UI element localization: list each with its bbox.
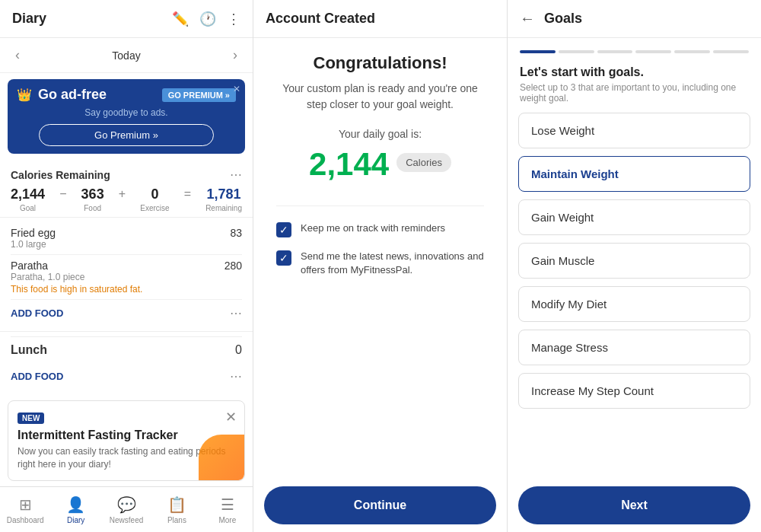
diary-title: Diary xyxy=(12,11,172,27)
minus-op: − xyxy=(59,187,66,212)
fasting-decoration xyxy=(199,435,244,480)
congrats-title: Congratulations! xyxy=(314,53,447,73)
date-label: Today xyxy=(112,49,140,62)
nav-newsfeed[interactable]: 💬 Newsfeed xyxy=(101,487,151,532)
goal-option-gain-weight[interactable]: Gain Weight xyxy=(518,199,750,235)
continue-button[interactable]: Continue xyxy=(264,486,496,524)
more-nav-icon: ☰ xyxy=(221,495,234,514)
remaining-calories: 1,781 Remaining xyxy=(205,186,242,212)
meal-item-fried-egg: Fried egg 1.0 large 83 xyxy=(11,222,242,255)
calories-section: Calories Remaining ⋯ 2,144 Goal − 363 Fo… xyxy=(0,160,253,217)
calories-title: Calories Remaining xyxy=(11,169,110,181)
checkbox-1[interactable]: ✓ xyxy=(276,222,291,237)
remaining-value: 1,781 xyxy=(205,186,242,202)
meal-name: Fried egg xyxy=(11,227,56,239)
goal-value: 2,144 xyxy=(11,186,45,202)
add-food-lunch-more-icon[interactable]: ⋯ xyxy=(230,369,242,384)
go-premium-button[interactable]: Go Premium » xyxy=(39,124,214,146)
goals-header: Let's start with goals. Select up to 3 t… xyxy=(508,53,761,107)
daily-goal-label: Your daily goal is: xyxy=(339,128,422,140)
bottom-nav: ⊞ Dashboard 👤 Diary 💬 Newsfeed 📋 Plans ☰… xyxy=(0,486,253,532)
meal-calories: 280 xyxy=(224,260,242,272)
progress-bar xyxy=(508,38,761,53)
more-label: More xyxy=(218,516,236,524)
fasting-close-icon[interactable]: ✕ xyxy=(225,409,237,425)
checkbox-row-2: ✓ Send me the latest news, innovations a… xyxy=(276,250,484,277)
exercise-calories: 0 Exercise xyxy=(140,186,169,212)
meal-detail: 1.0 large xyxy=(11,239,56,250)
lunch-calories: 0 xyxy=(235,343,242,357)
goals-title: Goals xyxy=(544,11,749,27)
right-panel: ← Goals Let's start with goals. Select u… xyxy=(508,0,761,532)
meal-calories: 83 xyxy=(230,227,242,239)
edit-icon[interactable]: ✏️ xyxy=(172,11,189,27)
dashboard-icon: ⊞ xyxy=(19,495,32,514)
left-scroll: Calories Remaining ⋯ 2,144 Goal − 363 Fo… xyxy=(0,160,253,486)
nav-diary[interactable]: 👤 Diary xyxy=(50,487,100,532)
goal-row: 2,144 Calories xyxy=(309,146,451,183)
meal-detail: Paratha, 1.0 piece xyxy=(11,272,142,282)
plans-icon: 📋 xyxy=(167,495,186,514)
plus-op: + xyxy=(119,187,126,212)
prev-date-arrow[interactable]: ‹ xyxy=(12,44,23,66)
meal-item-paratha: Paratha Paratha, 1.0 piece This food is … xyxy=(11,255,242,300)
breakfast-section: Fried egg 1.0 large 83 Paratha Paratha, … xyxy=(0,217,253,331)
congrats-text: Your custom plan is ready and you're one… xyxy=(276,81,484,113)
new-badge: NEW xyxy=(18,413,44,424)
checkbox-2-label: Send me the latest news, innovations and… xyxy=(301,250,484,277)
exercise-value: 0 xyxy=(140,186,169,202)
ad-title: Go ad-free xyxy=(38,87,107,103)
fasting-card: ✕ NEW Intermittent Fasting Tracker Now y… xyxy=(8,400,245,481)
left-header: Diary ✏️ 🕐 ⋮ xyxy=(0,0,253,38)
history-icon[interactable]: 🕐 xyxy=(199,11,216,27)
nav-more[interactable]: ☰ More xyxy=(202,487,253,532)
header-icons: ✏️ 🕐 ⋮ xyxy=(172,11,240,27)
next-button[interactable]: Next xyxy=(518,486,750,524)
goal-option-step-count[interactable]: Increase My Step Count xyxy=(518,373,750,409)
newsfeed-icon: 💬 xyxy=(117,495,136,514)
goal-option-gain-muscle[interactable]: Gain Muscle xyxy=(518,243,750,279)
plans-label: Plans xyxy=(167,516,186,524)
middle-panel: Account Created Congratulations! Your cu… xyxy=(253,0,508,532)
goal-option-maintain-weight[interactable]: Maintain Weight xyxy=(518,156,750,192)
daily-goal-value: 2,144 xyxy=(309,146,389,183)
add-food-lunch-button[interactable]: ADD FOOD xyxy=(11,371,63,382)
add-food-lunch: ADD FOOD ⋯ xyxy=(11,363,242,390)
middle-content: Congratulations! Your custom plan is rea… xyxy=(253,38,507,479)
nav-dashboard[interactable]: ⊞ Dashboard xyxy=(0,487,50,532)
dashboard-label: Dashboard xyxy=(7,516,44,524)
add-food-more-icon[interactable]: ⋯ xyxy=(230,306,242,320)
add-food-button[interactable]: ADD FOOD xyxy=(11,307,63,319)
meal-warning: This food is high in saturated fat. xyxy=(11,284,142,295)
goal-label: Goal xyxy=(11,204,45,212)
calories-more-icon[interactable]: ⋯ xyxy=(230,167,242,182)
nav-plans[interactable]: 📋 Plans xyxy=(151,487,202,532)
ad-subtitle: Say goodbye to ads. xyxy=(17,107,236,118)
checkbox-2[interactable]: ✓ xyxy=(276,250,291,266)
ad-close-icon[interactable]: ✕ xyxy=(233,84,240,94)
next-date-arrow[interactable]: › xyxy=(230,44,240,66)
food-calories: 363 Food xyxy=(81,186,104,212)
date-nav: ‹ Today › xyxy=(0,38,253,73)
goal-calories: 2,144 Goal xyxy=(11,186,45,212)
lunch-section: Lunch 0 ADD FOOD ⋯ xyxy=(0,331,253,394)
go-premium-top-button[interactable]: GO PREMIUM » xyxy=(162,88,236,102)
right-header: ← Goals xyxy=(508,0,761,38)
food-label: Food xyxy=(81,204,104,212)
exercise-label: Exercise xyxy=(140,204,169,212)
diary-icon: 👤 xyxy=(66,495,85,514)
goal-option-lose-weight[interactable]: Lose Weight xyxy=(518,113,750,148)
diary-nav-label: Diary xyxy=(67,516,84,524)
more-icon[interactable]: ⋮ xyxy=(227,11,240,27)
goal-option-manage-stress[interactable]: Manage Stress xyxy=(518,330,750,365)
goals-section-title: Let's start with goals. xyxy=(520,65,749,79)
meal-name: Paratha xyxy=(11,260,142,272)
back-arrow-icon[interactable]: ← xyxy=(520,10,535,27)
goal-option-modify-diet[interactable]: Modify My Diet xyxy=(518,286,750,322)
divider xyxy=(276,205,484,206)
checkbox-row-1: ✓ Keep me on track with reminders xyxy=(276,221,484,237)
equals-op: = xyxy=(184,187,191,212)
left-panel: Diary ✏️ 🕐 ⋮ ‹ Today › ✕ 👑 Go ad-free GO… xyxy=(0,0,253,532)
goals-section-subtitle: Select up to 3 that are important to you… xyxy=(520,82,749,104)
add-food-breakfast: ADD FOOD ⋯ xyxy=(11,300,242,327)
